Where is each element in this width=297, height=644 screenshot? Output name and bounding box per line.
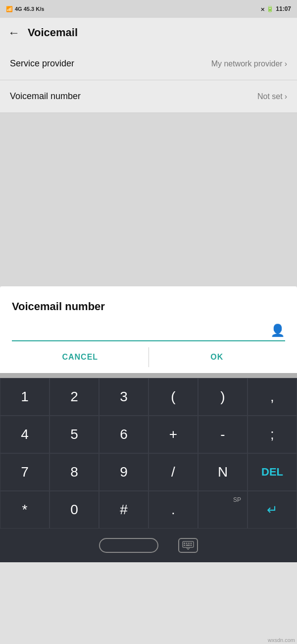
key-4[interactable]: 4 bbox=[0, 416, 50, 453]
toolbar: ← Voicemail bbox=[0, 18, 297, 48]
key-7[interactable]: 7 bbox=[0, 453, 50, 491]
enter-icon: ↵ bbox=[267, 502, 278, 518]
sp-label: SP bbox=[233, 496, 241, 503]
key-6[interactable]: 6 bbox=[99, 416, 148, 453]
keyboard-row-2: 4 5 6 + - ; bbox=[0, 416, 297, 453]
svg-rect-7 bbox=[191, 545, 192, 546]
key-hash[interactable]: # bbox=[99, 491, 148, 529]
status-bar: 📶 4G 45.3 K/s ⨉ 🔋 11:07 bbox=[0, 0, 297, 18]
service-provider-value: My network provider › bbox=[211, 59, 287, 68]
status-left: 📶 4G 45.3 K/s bbox=[6, 6, 44, 12]
gray-fill-area bbox=[0, 113, 297, 286]
voicemail-number-input[interactable] bbox=[12, 323, 265, 338]
key-semicolon[interactable]: ; bbox=[248, 416, 297, 453]
watermark: wxsdn.com bbox=[268, 637, 295, 643]
key-3[interactable]: 3 bbox=[99, 378, 148, 416]
key-1[interactable]: 1 bbox=[0, 378, 50, 416]
page-title: Voicemail bbox=[28, 26, 78, 39]
ok-button[interactable]: OK bbox=[149, 341, 286, 373]
key-8[interactable]: 8 bbox=[50, 453, 99, 491]
dialog-input-row: 👤 bbox=[12, 323, 285, 341]
key-period[interactable]: . bbox=[148, 491, 198, 529]
keyboard-switch-icon[interactable] bbox=[178, 538, 198, 553]
key-5[interactable]: 5 bbox=[50, 416, 99, 453]
key-0[interactable]: 0 bbox=[50, 491, 99, 529]
service-provider-chevron-icon: › bbox=[285, 59, 287, 68]
svg-rect-6 bbox=[186, 545, 190, 546]
dialog-title: Voicemail number bbox=[12, 300, 285, 313]
settings-list: Service provider My network provider › V… bbox=[0, 48, 297, 113]
contact-icon[interactable]: 👤 bbox=[270, 323, 285, 337]
service-provider-label: Service provider bbox=[10, 58, 74, 69]
delete-key[interactable]: DEL bbox=[248, 453, 297, 491]
home-pill[interactable] bbox=[99, 538, 158, 553]
svg-rect-0 bbox=[183, 541, 194, 547]
bottom-navigation-bar bbox=[0, 529, 297, 562]
key-open-paren[interactable]: ( bbox=[148, 378, 198, 416]
keyboard-svg-icon bbox=[182, 541, 194, 550]
network-icon: 📶 bbox=[6, 6, 13, 12]
svg-rect-4 bbox=[191, 543, 192, 544]
key-sp[interactable]: SP bbox=[198, 491, 248, 529]
key-2[interactable]: 2 bbox=[50, 378, 99, 416]
svg-rect-1 bbox=[184, 543, 185, 544]
battery-text: 🔋 bbox=[266, 5, 274, 12]
voicemail-number-value: Not set › bbox=[257, 92, 287, 101]
svg-rect-3 bbox=[188, 543, 190, 544]
voicemail-number-chevron-icon: › bbox=[285, 92, 287, 101]
key-minus[interactable]: - bbox=[198, 416, 248, 453]
voicemail-number-item[interactable]: Voicemail number Not set › bbox=[0, 80, 297, 113]
bluetooth-icon: ⨉ bbox=[261, 5, 264, 12]
voicemail-dialog: Voicemail number 👤 CANCEL OK bbox=[0, 286, 297, 373]
key-close-paren[interactable]: ) bbox=[198, 378, 248, 416]
svg-rect-2 bbox=[186, 543, 188, 544]
key-slash[interactable]: / bbox=[148, 453, 198, 491]
back-button[interactable]: ← bbox=[8, 26, 20, 40]
service-provider-value-text: My network provider bbox=[211, 59, 283, 68]
cancel-button[interactable]: CANCEL bbox=[12, 341, 148, 373]
key-star[interactable]: * bbox=[0, 491, 50, 529]
phone-keyboard: 1 2 3 ( ) , 4 5 6 + - ; 7 8 9 / N DEL * … bbox=[0, 378, 297, 529]
keyboard-row-4: * 0 # . SP ↵ bbox=[0, 491, 297, 529]
keyboard-row-1: 1 2 3 ( ) , bbox=[0, 378, 297, 416]
voicemail-number-label: Voicemail number bbox=[10, 91, 81, 102]
status-right: ⨉ 🔋 11:07 bbox=[261, 5, 291, 12]
dialog-buttons: CANCEL OK bbox=[12, 341, 285, 373]
enter-key[interactable]: ↵ bbox=[248, 491, 297, 529]
keyboard-separator bbox=[0, 373, 297, 378]
time-text: 11:07 bbox=[276, 5, 291, 12]
key-9[interactable]: 9 bbox=[99, 453, 148, 491]
key-plus[interactable]: + bbox=[148, 416, 198, 453]
key-comma[interactable]: , bbox=[248, 378, 297, 416]
service-provider-item[interactable]: Service provider My network provider › bbox=[0, 48, 297, 80]
status-left-text: 4G 45.3 K/s bbox=[15, 6, 44, 12]
key-n[interactable]: N bbox=[198, 453, 248, 491]
keyboard-row-3: 7 8 9 / N DEL bbox=[0, 453, 297, 491]
svg-rect-5 bbox=[184, 545, 185, 546]
voicemail-number-value-text: Not set bbox=[257, 92, 283, 101]
